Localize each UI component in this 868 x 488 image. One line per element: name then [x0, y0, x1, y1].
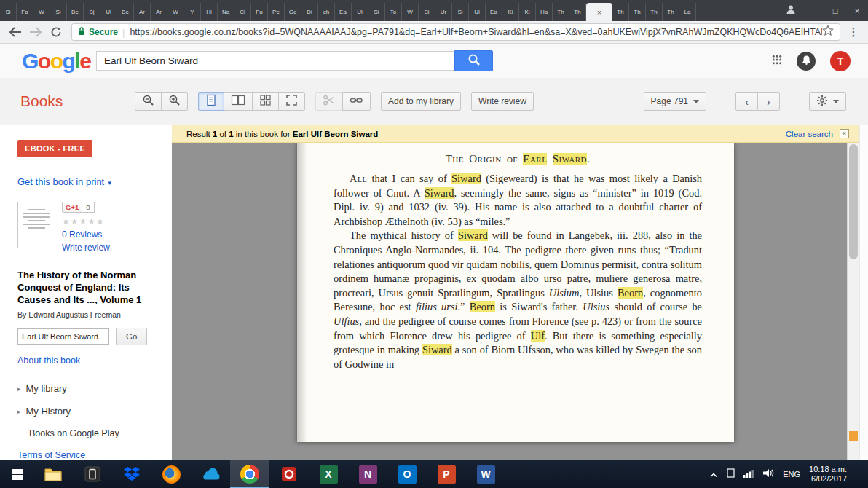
browser-tab[interactable]: Th — [663, 3, 679, 21]
url-text[interactable]: https://books.google.co.nz/books?id=5WQN… — [130, 27, 822, 37]
window-close-button[interactable]: × — [846, 0, 868, 21]
browser-tab[interactable]: Th — [646, 3, 663, 21]
tab-close-icon[interactable]: × — [597, 8, 601, 17]
tray-expand-caret-icon[interactable] — [709, 468, 718, 481]
browser-tab[interactable]: W — [33, 3, 50, 21]
show-desktop-button[interactable] — [859, 460, 862, 488]
in-book-search-input[interactable] — [17, 328, 109, 345]
taskbar-app-word[interactable]: W — [466, 460, 505, 488]
browser-tab[interactable]: Ge — [285, 3, 301, 21]
thumbnail-view-button[interactable] — [252, 92, 279, 111]
taskbar-app-red-circle-app[interactable] — [269, 460, 309, 488]
search-input[interactable] — [96, 51, 454, 71]
browser-tab[interactable]: Fu — [251, 3, 268, 21]
browser-tab[interactable]: Ha — [536, 3, 553, 21]
browser-tab[interactable]: To — [385, 3, 402, 21]
book-page[interactable]: The Origin of Earl Siward. All that I ca… — [297, 143, 734, 442]
browser-tab[interactable]: Ur — [435, 3, 452, 21]
forward-button[interactable] — [26, 23, 45, 42]
browser-tab[interactable]: Si — [452, 3, 469, 21]
taskbar-app-excel[interactable]: X — [309, 460, 348, 488]
get-book-in-print-link[interactable]: Get this book in print ▼ — [17, 176, 163, 187]
taskbar-app-onedrive[interactable] — [191, 460, 230, 488]
browser-tab[interactable]: Pe — [268, 3, 285, 21]
browser-tab-active[interactable]: × — [586, 3, 612, 21]
window-maximize-button[interactable]: □ — [824, 0, 846, 21]
browser-tab[interactable]: Si — [0, 3, 17, 21]
clip-button[interactable] — [315, 92, 343, 111]
start-button[interactable] — [0, 460, 33, 488]
browser-tab[interactable]: Cl — [234, 3, 251, 21]
sidebar-item-my-library[interactable]: ▸My library — [17, 383, 163, 394]
refresh-button[interactable] — [47, 23, 66, 42]
fullscreen-button[interactable] — [278, 92, 305, 111]
bookmark-star-icon[interactable] — [822, 25, 834, 39]
omnibox[interactable]: Secure | https://books.google.co.nz/book… — [71, 23, 840, 41]
go-button[interactable]: Go — [116, 328, 147, 345]
taskbar-app-dropbox[interactable] — [112, 460, 151, 488]
window-minimize-button[interactable]: — — [802, 0, 824, 21]
page-dropdown[interactable]: Page 791 — [644, 92, 706, 111]
settings-button[interactable] — [809, 92, 846, 111]
notifications-button[interactable] — [797, 52, 816, 71]
account-avatar[interactable]: T — [830, 51, 851, 71]
language-indicator[interactable]: ENG — [783, 470, 800, 479]
network-signal-icon[interactable] — [743, 468, 754, 481]
browser-tab[interactable]: Si — [50, 3, 67, 21]
search-button[interactable] — [454, 50, 493, 71]
browser-tab[interactable]: Bj — [84, 3, 100, 21]
taskbar-app-dark-app[interactable] — [73, 460, 112, 488]
browser-tab[interactable]: Si — [419, 3, 435, 21]
browser-profile-button[interactable] — [779, 0, 802, 21]
browser-menu-button[interactable]: ⋮ — [845, 25, 862, 39]
write-review-link[interactable]: Write review — [62, 243, 110, 253]
browser-tab[interactable]: Si — [368, 3, 385, 21]
taskbar-app-outlook[interactable]: O — [387, 460, 427, 488]
taskbar-app-file-explorer[interactable] — [33, 460, 73, 488]
two-page-view-button[interactable] — [224, 92, 253, 111]
zoom-out-button[interactable] — [135, 92, 162, 111]
browser-tab[interactable]: Hi — [201, 3, 218, 21]
link-button[interactable] — [342, 92, 371, 111]
browser-tab[interactable]: Ki — [519, 3, 536, 21]
browser-tab[interactable]: Th — [629, 3, 646, 21]
terms-of-service-link[interactable]: Terms of Service — [17, 450, 85, 460]
clear-search-link[interactable]: Clear search — [786, 130, 833, 138]
browser-tab[interactable]: Th — [569, 3, 586, 21]
browser-tab[interactable]: Ar — [134, 3, 151, 21]
result-bar-close-button[interactable]: × — [840, 129, 849, 138]
browser-tab[interactable]: Ul — [100, 3, 117, 21]
single-page-view-button[interactable] — [198, 92, 224, 111]
browser-tab[interactable]: Ki — [502, 3, 519, 21]
tray-page-icon[interactable] — [727, 468, 735, 481]
browser-tab[interactable]: Di — [301, 3, 318, 21]
secure-badge[interactable]: Secure — [89, 27, 118, 37]
scrollbar-thumb[interactable] — [849, 144, 858, 259]
reviews-link[interactable]: 0 Reviews — [62, 229, 110, 240]
browser-tab[interactable]: La — [679, 3, 696, 21]
browser-scrollbar[interactable] — [859, 125, 868, 460]
write-review-button[interactable]: Write review — [471, 92, 534, 111]
gplus-button[interactable]: G+1 — [62, 202, 82, 213]
volume-icon[interactable] — [763, 468, 774, 481]
sidebar-item-my-history[interactable]: ▸My History — [17, 406, 163, 417]
taskbar-app-onenote[interactable]: N — [348, 460, 387, 488]
star-rating[interactable]: ★★★★★ — [62, 216, 110, 227]
browser-tab[interactable]: W — [402, 3, 419, 21]
browser-tab[interactable]: Be — [67, 3, 84, 21]
search-result-marker[interactable] — [849, 431, 858, 441]
book-cover-thumbnail[interactable] — [17, 202, 55, 248]
about-this-book-link[interactable]: About this book — [17, 355, 80, 366]
browser-tab[interactable]: Na — [218, 3, 234, 21]
browser-tab[interactable]: ch — [318, 3, 335, 21]
browser-tab[interactable]: Fa — [17, 3, 33, 21]
books-on-google-play-link[interactable]: Books on Google Play — [29, 428, 163, 438]
book-viewport[interactable]: The Origin of Earl Siward. All that I ca… — [172, 143, 859, 460]
taskbar-app-powerpoint[interactable]: P — [427, 460, 466, 488]
browser-tab[interactable]: Ea — [486, 3, 502, 21]
taskbar-app-firefox[interactable] — [151, 460, 191, 488]
browser-tab[interactable]: W — [167, 3, 184, 21]
previous-page-button[interactable]: ‹ — [735, 92, 758, 111]
browser-tab[interactable]: Ea — [335, 3, 352, 21]
browser-tab[interactable]: Ul — [469, 3, 486, 21]
